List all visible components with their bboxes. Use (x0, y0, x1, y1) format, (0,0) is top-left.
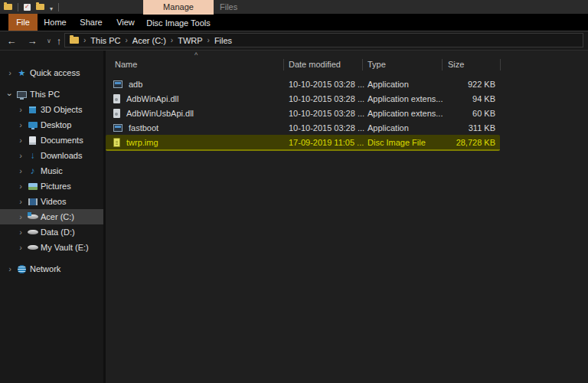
explorer-folder-icon (4, 4, 12, 10)
column-header-size[interactable]: Size (448, 57, 464, 72)
forward-icon[interactable]: → (25, 31, 39, 50)
date-modified-cell: 10-10-2015 03:28 ... (283, 80, 362, 89)
file-list-pane: Name Date modified Type Size adb 10-10-2… (106, 51, 588, 383)
sidebar-item-label: Desktop (41, 120, 71, 129)
breadcrumb-twrp[interactable]: TWRP (175, 36, 204, 45)
sidebar-item-label: Pictures (41, 182, 71, 191)
type-cell: Disc Image File (362, 138, 442, 147)
tab-view[interactable]: View (112, 14, 139, 31)
sidebar-item-downloads[interactable]: Downloads (0, 148, 103, 163)
new-folder-icon[interactable] (36, 4, 44, 10)
breadcrumb-chevron-icon[interactable] (205, 36, 212, 44)
sidebar-item-videos[interactable]: Videos (0, 194, 103, 209)
sidebar-item-network[interactable]: Network (0, 261, 103, 277)
file-name: twrp.img (126, 138, 158, 147)
file-name-cell: twrp.img (106, 138, 283, 147)
navigation-pane: Quick access This PC 3D Objects Desktop … (0, 51, 103, 383)
system-drive-icon (26, 211, 39, 222)
tab-home[interactable]: Home (40, 14, 70, 31)
column-resize-handle[interactable] (500, 59, 501, 70)
sidebar-item-desktop[interactable]: Desktop (0, 117, 103, 133)
quick-access-toolbar (4, 0, 59, 14)
chevron-right-icon[interactable] (15, 228, 26, 237)
chevron-right-icon[interactable] (15, 182, 26, 191)
sidebar-item-this-pc[interactable]: This PC (0, 87, 103, 102)
application-icon (113, 80, 122, 88)
breadcrumb-chevron-icon[interactable] (81, 36, 88, 44)
date-modified-cell: 17-09-2019 11:05 ... (283, 138, 362, 147)
chevron-right-icon[interactable] (15, 136, 26, 145)
sidebar-item-label: Acer (C:) (41, 212, 74, 221)
file-name: fastboot (129, 123, 158, 133)
back-icon[interactable]: ← (5, 31, 18, 50)
chevron-right-icon[interactable] (15, 198, 26, 206)
breadcrumb-chevron-icon[interactable] (122, 36, 129, 44)
size-cell: 311 KB (442, 123, 500, 133)
chevron-right-icon[interactable] (5, 265, 15, 273)
chevron-right-icon[interactable] (5, 69, 15, 77)
file-name-cell: AdbWinApi.dll (106, 94, 283, 103)
sidebar-item-label: Data (D:) (41, 228, 75, 237)
properties-check-icon[interactable] (24, 4, 31, 11)
tab-share[interactable]: Share (76, 14, 106, 31)
column-resize-handle[interactable] (442, 59, 443, 70)
video-icon (26, 196, 39, 207)
sidebar-item-my-vault-e[interactable]: My Vault (E:) (0, 240, 103, 255)
sidebar-item-label: Music (41, 166, 63, 175)
table-row-highlighted[interactable]: twrp.img 17-09-2019 11:05 ... Disc Image… (106, 135, 500, 151)
table-row[interactable]: AdbWinUsbApi.dll 10-10-2015 03:28 ... Ap… (106, 106, 500, 120)
column-header-date-modified[interactable]: Date modified (289, 57, 341, 72)
table-row[interactable]: adb 10-10-2015 03:28 ... Application 922… (106, 77, 500, 91)
column-header-name[interactable]: Name (115, 57, 137, 72)
file-name-cell: adb (106, 80, 283, 89)
address-input[interactable]: This PC Acer (C:) TWRP Files (64, 33, 583, 47)
chevron-right-icon[interactable] (15, 106, 26, 114)
qat-dropdown-icon[interactable] (50, 0, 53, 14)
type-cell: Application (362, 123, 442, 133)
drive-icon (26, 227, 39, 237)
sidebar-item-label: Network (30, 264, 60, 273)
size-cell: 94 KB (442, 94, 500, 103)
sidebar-item-documents[interactable]: Documents (0, 133, 103, 148)
breadcrumb-acer-c[interactable]: Acer (C:) (130, 36, 168, 45)
chevron-right-icon[interactable] (15, 167, 26, 175)
breadcrumb-chevron-icon[interactable] (168, 36, 175, 44)
chevron-down-icon[interactable] (5, 90, 15, 99)
type-cell: Application extens... (362, 109, 442, 118)
table-row[interactable]: fastboot 10-10-2015 03:28 ... Applicatio… (106, 120, 500, 135)
document-icon (26, 135, 39, 146)
table-row[interactable]: AdbWinApi.dll 10-10-2015 03:28 ... Appli… (106, 91, 500, 106)
window-title: Files (220, 0, 237, 14)
music-note-icon (26, 165, 39, 176)
folder-icon (70, 37, 79, 44)
sidebar-item-quick-access[interactable]: Quick access (0, 65, 103, 80)
type-cell: Application (362, 80, 442, 89)
column-resize-handle[interactable] (362, 59, 363, 70)
chevron-right-icon[interactable] (15, 121, 26, 129)
ribbon-tab-bar: File Home Share View Disc Image Tools (0, 14, 588, 31)
column-resize-handle[interactable] (283, 59, 284, 70)
sidebar-item-3d-objects[interactable]: 3D Objects (0, 102, 103, 117)
sidebar-item-label: Downloads (41, 151, 82, 160)
column-header-row: Name Date modified Type Size (106, 57, 501, 72)
chevron-right-icon[interactable] (15, 213, 26, 221)
chevron-right-icon[interactable] (15, 244, 26, 252)
tab-file[interactable]: File (8, 14, 38, 31)
sidebar-item-data-d[interactable]: Data (D:) (0, 224, 103, 240)
sidebar-item-label: Videos (41, 197, 66, 206)
sidebar-item-music[interactable]: Music (0, 163, 103, 178)
sidebar-item-acer-c[interactable]: Acer (C:) (0, 209, 103, 224)
breadcrumb-files[interactable]: Files (212, 36, 234, 45)
computer-icon (15, 89, 28, 100)
sidebar-group-gap (0, 255, 103, 261)
dll-file-icon (113, 109, 120, 118)
chevron-right-icon[interactable] (15, 152, 26, 160)
globe-icon (15, 264, 28, 274)
file-rows: adb 10-10-2015 03:28 ... Application 922… (106, 77, 500, 151)
contextual-tab-manage[interactable]: Manage (143, 0, 214, 14)
tab-disc-image-tools[interactable]: Disc Image Tools (143, 14, 214, 31)
sidebar-item-pictures[interactable]: Pictures (0, 178, 103, 194)
column-header-type[interactable]: Type (368, 57, 386, 72)
breadcrumb-this-pc[interactable]: This PC (88, 36, 122, 45)
size-cell: 60 KB (442, 109, 500, 118)
